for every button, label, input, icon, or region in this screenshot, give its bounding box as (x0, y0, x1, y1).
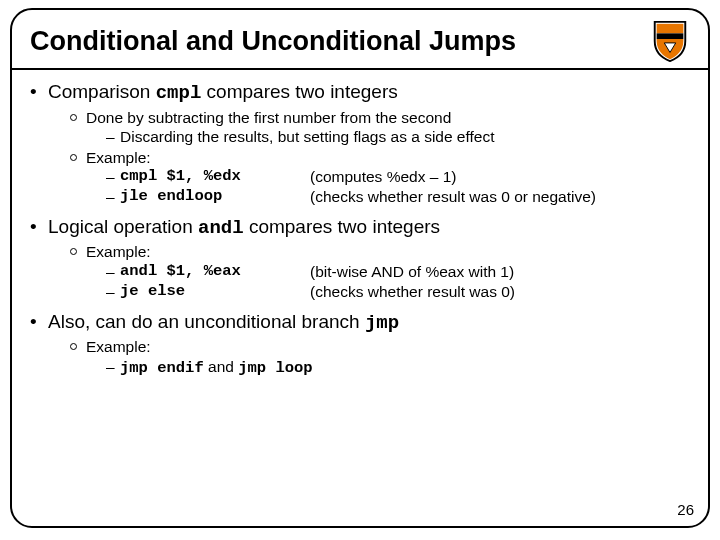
code-line: jmp endif and jmp loop (106, 357, 690, 378)
code-cmpl: cmpl (156, 82, 202, 104)
svg-rect-0 (657, 24, 684, 34)
explanation: (checks whether result was 0 or negative… (310, 187, 596, 206)
code-line: cmpl $1, %edx (computes %edx – 1) (106, 167, 690, 186)
text: Also, can do an unconditional branch (48, 311, 365, 332)
princeton-shield-icon (650, 20, 690, 62)
slide-body: Comparison cmpl compares two integers Do… (12, 70, 708, 378)
code-jmp: jmp (365, 312, 399, 334)
text: Example: (86, 338, 151, 355)
slide-title: Conditional and Unconditional Jumps (30, 26, 646, 57)
code-line: jle endloop (checks whether result was 0… (106, 187, 690, 206)
text: Example: (86, 243, 151, 260)
text: Comparison (48, 81, 156, 102)
sub-bullet: Done by subtracting the first number fro… (70, 108, 690, 147)
svg-rect-1 (657, 33, 684, 39)
bullet-logical: Logical operation andl compares two inte… (30, 215, 690, 302)
code: jle endloop (120, 187, 310, 206)
sub-bullet: Example: cmpl $1, %edx (computes %edx – … (70, 148, 690, 207)
text: Logical operation (48, 216, 198, 237)
text: Example: (86, 149, 151, 166)
code-line: andl $1, %eax (bit-wise AND of %eax with… (106, 262, 690, 281)
explanation: (computes %edx – 1) (310, 167, 456, 186)
code: jmp loop (238, 359, 312, 377)
sub-sub-bullet: Discarding the results, but setting flag… (106, 127, 690, 146)
text: and (204, 358, 238, 375)
text: Discarding the results, but setting flag… (120, 128, 495, 145)
explanation: (bit-wise AND of %eax with 1) (310, 262, 514, 281)
code: cmpl $1, %edx (120, 167, 310, 186)
sub-bullet: Example: andl $1, %eax (bit-wise AND of … (70, 242, 690, 301)
page-number: 26 (677, 501, 694, 518)
text: compares two integers (244, 216, 440, 237)
slide-frame: Conditional and Unconditional Jumps Comp… (10, 8, 710, 528)
code: jmp endif (120, 359, 204, 377)
code: je else (120, 282, 310, 301)
code-andl: andl (198, 217, 244, 239)
bullet-unconditional: Also, can do an unconditional branch jmp… (30, 310, 690, 379)
bullet-comparison: Comparison cmpl compares two integers Do… (30, 80, 690, 207)
text: Done by subtracting the first number fro… (86, 109, 451, 126)
code-line: je else (checks whether result was 0) (106, 282, 690, 301)
explanation: (checks whether result was 0) (310, 282, 515, 301)
sub-bullet: Example: jmp endif and jmp loop (70, 337, 690, 378)
text: compares two integers (201, 81, 397, 102)
title-row: Conditional and Unconditional Jumps (12, 10, 708, 70)
code: andl $1, %eax (120, 262, 310, 281)
